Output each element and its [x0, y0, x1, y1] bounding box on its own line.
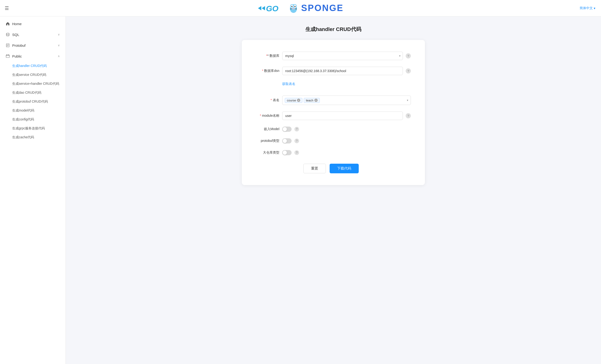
protobuf-type-label: protobuf类型 [251, 139, 279, 143]
table-required-mark: * [271, 98, 272, 102]
header: ☰ GO [0, 0, 601, 16]
table-tags-input[interactable]: course × teach × ▾ [282, 96, 411, 105]
svg-point-21 [6, 33, 9, 34]
embed-model-row: 嵌入Model ? [251, 127, 411, 132]
sidebar-item-cache[interactable]: 生成cache代码 [12, 133, 66, 142]
sidebar-item-protobuf[interactable]: Protobuf ∨ [0, 40, 66, 51]
protobuf-chevron-icon: ∨ [58, 44, 60, 47]
module-help-icon[interactable]: ? [406, 113, 411, 118]
sidebar-item-config[interactable]: 生成config代码 [12, 115, 66, 124]
embed-model-toggle[interactable] [282, 127, 291, 132]
tag-teach: teach × [304, 98, 320, 103]
table-tags-wrapper: course × teach × ▾ [282, 96, 411, 105]
svg-point-14 [294, 8, 295, 9]
sidebar-item-home[interactable]: Home [0, 18, 66, 29]
svg-point-10 [292, 6, 292, 6]
reset-button[interactable]: 重置 [303, 164, 326, 173]
protobuf-type-help-icon[interactable]: ? [294, 139, 299, 143]
sidebar-sub-menu: 生成handler CRUD代码 生成service CRUD代码 生成serv… [0, 61, 66, 142]
form-card: ** 数据库 mysql postgresql sqlite ▾ ? *数据库d… [242, 40, 425, 185]
public-chevron-icon: ∧ [58, 54, 60, 58]
logo: GO SPONGE [258, 2, 344, 14]
fetch-table-link[interactable]: 获取表名 [282, 82, 295, 86]
warehouse-type-toggle[interactable] [282, 150, 291, 155]
db-select[interactable]: mysql postgresql sqlite [282, 52, 403, 60]
sql-chevron-icon: ∨ [58, 33, 60, 36]
gopher-icon [288, 2, 299, 14]
language-label: 简体中文 [580, 6, 593, 10]
sql-icon [6, 32, 10, 37]
fetch-table-row: 获取表名 [251, 82, 411, 91]
protobuf-icon [6, 43, 10, 47]
public-icon [6, 54, 10, 58]
page-title: 生成handler CRUD代码 [80, 26, 587, 33]
language-selector[interactable]: 简体中文 ▾ [580, 6, 595, 10]
chevron-down-icon: ▾ [594, 6, 595, 10]
module-row: *module名称 ? [251, 111, 411, 120]
table-row: *表名 course × teach × ▾ [251, 96, 411, 105]
protobuf-type-toggle[interactable] [282, 138, 291, 143]
sidebar-home-label: Home [12, 22, 22, 26]
download-button[interactable]: 下载代码 [330, 164, 359, 173]
svg-rect-26 [6, 55, 9, 58]
sidebar-protobuf-label: Protobuf [12, 43, 26, 47]
dsn-label: *数据库dsn [251, 69, 279, 73]
sidebar-item-protobuf-crud[interactable]: 生成protobuf CRUD代码 [12, 97, 66, 106]
svg-rect-27 [7, 54, 7, 55]
warehouse-type-label: 大仓库类型 [251, 151, 279, 155]
form-actions: 重置 下载代码 [251, 164, 411, 173]
menu-toggle-icon[interactable]: ☰ [5, 5, 9, 11]
home-icon [6, 22, 10, 26]
db-required-mark: * [266, 54, 267, 58]
protobuf-type-row: protobuf类型 ? [251, 138, 411, 143]
sidebar-item-dao-crud[interactable]: 生成dao CRUD代码 [12, 88, 66, 97]
sidebar-item-service-crud[interactable]: 生成service CRUD代码 [12, 71, 66, 79]
svg-marker-0 [258, 6, 261, 10]
db-label: ** 数据库 [251, 54, 279, 58]
embed-model-label: 嵌入Model [251, 127, 279, 131]
tag-course: course × [285, 98, 302, 103]
sponge-logo-text: SPONGE [301, 3, 344, 13]
sidebar-item-grpc[interactable]: 生成grpc服务连接代码 [12, 124, 66, 133]
svg-point-8 [291, 6, 292, 7]
tag-teach-close-icon[interactable]: × [314, 99, 318, 102]
db-select-wrapper: mysql postgresql sqlite ▾ [282, 52, 403, 60]
sidebar: Home SQL ∨ Protobuf ∨ Public ∧ [0, 16, 66, 364]
sidebar-item-public[interactable]: Public ∧ [0, 51, 66, 61]
svg-point-13 [292, 8, 293, 9]
sidebar-item-model[interactable]: 生成model代码 [12, 106, 66, 115]
sidebar-item-sql[interactable]: SQL ∨ [0, 29, 66, 40]
svg-point-20 [294, 10, 296, 12]
db-row: ** 数据库 mysql postgresql sqlite ▾ ? [251, 52, 411, 60]
svg-rect-28 [8, 54, 9, 55]
svg-point-19 [291, 10, 293, 12]
svg-point-9 [294, 6, 296, 7]
svg-point-11 [295, 6, 295, 6]
go-logo-svg: GO [258, 2, 286, 14]
dsn-help-icon[interactable]: ? [406, 68, 411, 73]
embed-model-help-icon[interactable]: ? [294, 127, 299, 131]
module-input[interactable] [282, 111, 403, 120]
dsn-input[interactable] [282, 67, 403, 75]
warehouse-type-row: 大仓库类型 ? [251, 150, 411, 155]
sidebar-item-handler-crud[interactable]: 生成handler CRUD代码 [12, 61, 66, 71]
main-layout: Home SQL ∨ Protobuf ∨ Public ∧ [0, 16, 601, 364]
module-label: *module名称 [251, 114, 279, 118]
warehouse-type-help-icon[interactable]: ? [294, 150, 299, 155]
sidebar-item-service-handler-crud[interactable]: 生成service+handler CRUD代码 [12, 79, 66, 88]
dsn-required-mark: * [262, 69, 263, 72]
tags-arrow-icon: ▾ [407, 99, 408, 102]
module-required-mark: * [260, 114, 261, 117]
table-label: *表名 [251, 98, 279, 102]
tag-teach-label: teach [306, 99, 313, 102]
svg-marker-1 [262, 6, 265, 10]
module-input-wrapper [282, 111, 403, 120]
sidebar-sql-label: SQL [12, 33, 19, 37]
svg-text:GO: GO [266, 4, 279, 13]
dsn-input-wrapper [282, 67, 403, 75]
tag-course-label: course [287, 99, 296, 102]
dsn-row: *数据库dsn ? [251, 67, 411, 75]
sidebar-public-label: Public [12, 54, 22, 58]
tag-course-close-icon[interactable]: × [297, 99, 300, 102]
db-help-icon[interactable]: ? [406, 53, 411, 59]
